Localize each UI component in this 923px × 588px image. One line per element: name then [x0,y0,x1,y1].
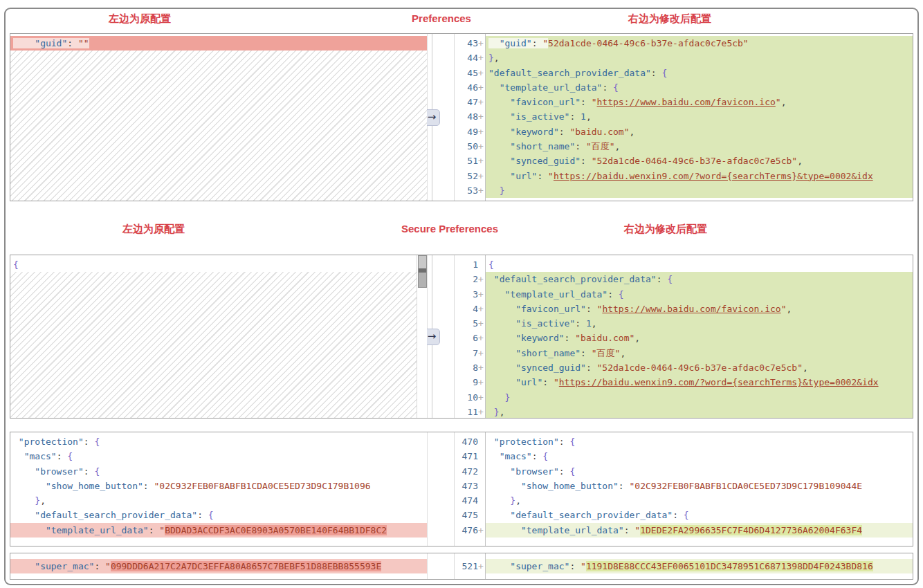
code-line: "protection": { [486,434,913,449]
code-line: "show_home_button": "02C932FEB0F8ABFB1CD… [486,479,913,493]
code-line: } [486,390,913,405]
code-token: "template_url_data" [504,289,607,300]
code-line: }, [486,50,913,65]
scrollbar-thumb[interactable] [418,255,427,288]
code-token [488,156,510,166]
code-token: } [504,392,510,403]
code-token: } [35,495,40,506]
code-token: : [619,481,630,491]
code-token [488,97,510,107]
modified-pane[interactable]: { "default_search_provider_data": { "tem… [486,255,913,418]
code-token [488,127,510,137]
missing-lines-hatch [10,50,427,201]
line-number: 9+ [455,375,485,389]
code-token [13,437,19,447]
line-numbers: 43+44+45+46+47+48+49+50+51+52+53+ [454,34,486,201]
code-token: : [581,97,592,107]
code-token: : [624,525,635,535]
code-token [488,451,500,461]
line-number: 7+ [455,346,485,360]
code-token: "favicon_url" [515,304,586,314]
code-token [488,392,504,403]
right-pane-label: 右边为修改后配置 [624,223,707,236]
scrollbar-track[interactable] [417,255,427,418]
code-token: "synced_guid" [515,362,586,373]
line-number: 8+ [455,360,485,375]
code-token: : [143,481,154,491]
code-token: } [500,185,505,196]
line-number: 49+ [455,125,485,139]
line-number: 4+ [455,302,485,316]
code-token: : [581,348,592,358]
code-token: : [537,171,548,181]
modified-pane[interactable]: "protection": { "macs": { "browser": { "… [486,432,913,546]
code-token: : [673,510,684,520]
code-token [488,510,510,520]
line-numbers: 12+3+4+5+6+7+8+9+10+11+ [454,255,486,418]
code-token: { [67,451,73,461]
code-token: "browser" [35,466,83,477]
code-token: " [542,38,548,48]
code-token: : [84,466,95,477]
line-number: 476+ [455,523,485,538]
code-token: { [542,451,548,461]
code-token [488,348,515,358]
code-token: "super_mac" [510,561,569,571]
code-line: "default_search_provider_data": { [486,508,913,522]
code-line: "url": "https://baidu.wenxin9.com/?word=… [486,375,913,389]
code-line: "url": "https://baidu.wenxin9.com/?word=… [486,169,913,183]
code-token: : [559,466,570,477]
original-pane[interactable]: "guid": "" [10,34,427,201]
code-token: "baidu.com" [569,127,629,137]
code-line: "template_url_data": "BDDAD3ACCDF3AC0E89… [10,523,427,538]
code-token [488,141,510,151]
code-token: "favicon_url" [510,97,581,107]
code-token: , [586,111,592,122]
code-line: "synced_guid": "52da1cde-0464-49c6-b37e-… [486,360,913,375]
code-line: "keyword": "baidu.com", [486,331,913,345]
code-token: , [615,141,621,151]
original-pane[interactable]: "super_mac": "099DDD6A217C2A7DC3EFFA80A8… [10,553,427,579]
original-pane[interactable]: { [10,255,427,418]
code-token: } [510,495,515,506]
code-token: : [575,318,586,329]
line-numbers: 470471472473474475476+ [454,432,486,546]
line-number: 473 [455,479,485,493]
code-token: "百度" [592,348,621,358]
code-token: : [651,68,662,78]
original-pane[interactable]: "protection": { "macs": { "browser": { "… [10,432,427,546]
code-token: "browser" [510,466,558,477]
line-number: 521+ [455,559,485,573]
code-token: : [542,377,554,387]
code-token: : [581,156,592,166]
code-token: "百度" [586,141,615,151]
code-token: : [607,289,619,300]
code-token [488,274,494,284]
left-pane-label: 左边为原配置 [122,223,185,236]
line-number: 53+ [455,183,485,198]
code-line: "super_mac": "1191D8E88CCC43EF0065101DC3… [486,559,913,573]
missing-lines-hatch [10,272,417,418]
code-token [13,481,46,491]
modified-pane[interactable]: "super_mac": "1191D8E88CCC43EF0065101DC3… [486,553,913,579]
code-token [488,495,510,506]
code-token: , [797,156,803,166]
code-token: "02C932FEB0F8ABFB1CDA0CE5ED73D9C179B1090… [630,481,863,491]
code-token: { [94,437,100,447]
code-token: , [634,333,640,343]
code-token: { [613,82,619,93]
line-number: 5+ [455,316,485,331]
code-line: "short_name": "百度", [486,346,913,360]
code-token: "is_active" [515,318,575,329]
modified-pane[interactable]: "guid": "52da1cde-0464-49c6-b37e-afdac0c… [486,34,913,201]
code-token: "template_url_data" [500,82,603,93]
code-token [13,510,35,520]
code-token: "template_url_data" [521,525,624,535]
line-number: 48+ [455,109,485,124]
code-token: : [67,38,78,48]
code-token: "" [78,38,89,48]
code-line: } [486,183,913,198]
code-token: https://www.baidu.com/favicon.ico [597,97,776,107]
code-token: : [532,451,543,461]
code-token: " [105,561,111,571]
